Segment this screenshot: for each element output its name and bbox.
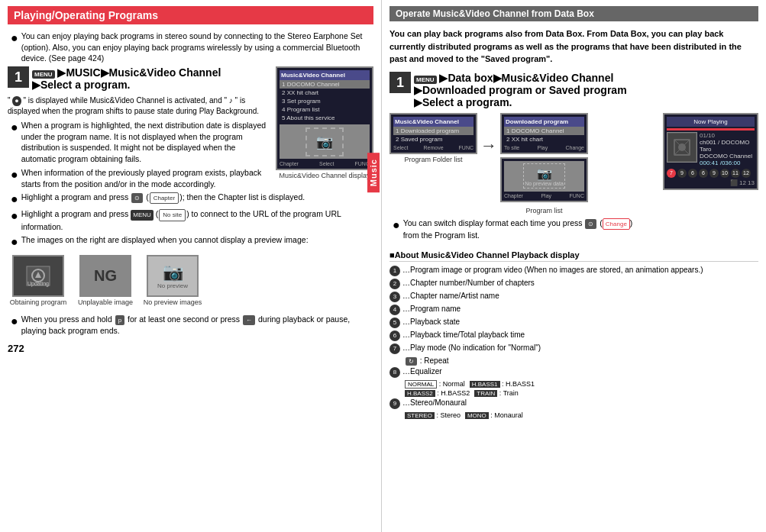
np-footer-func: FUNC xyxy=(570,193,584,198)
bullet-dot: ● xyxy=(11,120,18,134)
playback-section-title: ■About Music&Video Channel Playback disp… xyxy=(389,250,758,262)
bullet-item-2: ● When information of the previously pla… xyxy=(8,167,268,189)
playback-list: 1 …Program image or program video (When … xyxy=(389,266,758,419)
playback-item-4: 4 …Program name xyxy=(389,305,758,315)
np-image-placeholder: 1 xyxy=(667,132,697,163)
dl-footer-change: Change xyxy=(565,145,584,150)
left-column: Playing/Operating Programs ● You can enj… xyxy=(0,0,382,532)
step1-subtitle: ▶Select a program. xyxy=(32,79,268,91)
camera-icon-no-preview: 📷 xyxy=(163,263,183,282)
playback-item-5: 5 …Playback state xyxy=(389,318,758,328)
obtaining-label: Obtaining program xyxy=(10,298,67,308)
bullet-text-5: The images on the right are displayed wh… xyxy=(21,234,309,246)
right-step1-content: MENU ▶Data box▶Music&Video Channel ▶Down… xyxy=(414,72,758,108)
dl-footer-play: Play xyxy=(538,145,548,150)
camera-no-preview-icon: 📷 xyxy=(537,166,552,181)
eq-row-1: NORMAL : Normal H.BASS1 : H.BASS1 xyxy=(389,380,758,388)
red-progress-bar xyxy=(667,128,755,131)
screen-item-2: 2 XX hit chart xyxy=(280,89,370,97)
hbass1-badge: H.BASS1 xyxy=(470,381,500,388)
no-preview-icon-box: 📷 No preview No preview images xyxy=(142,255,203,308)
mono-badge: MONO xyxy=(465,412,489,419)
np-body: 1 01/10 ch001 / DOCOMO Taro DOCOMO Chann… xyxy=(667,132,755,166)
circle-9: 9 xyxy=(389,398,400,409)
np-footer-chapter: Chapter xyxy=(504,193,523,198)
playback-text-2: …Chapter number/Number of chapters xyxy=(402,279,535,287)
stereo-badge: STEREO xyxy=(405,412,435,419)
eq-row-2: H.BASS2 : H.BASS2 TRAIN : Train xyxy=(389,389,758,397)
screen-item-5: 5 About this service xyxy=(280,114,370,122)
playback-section: ■About Music&Video Channel Playback disp… xyxy=(389,250,758,419)
right-step1-line3: ▶Select a program. xyxy=(414,96,758,108)
program-folder-screen: Music&Video Channel 1 Downloaded program… xyxy=(389,113,477,154)
bullet-text-2: When information of the previously playe… xyxy=(21,167,268,189)
playback-text-9: …Stereo/Monaural xyxy=(402,398,467,407)
music-sidebar-label: Music xyxy=(367,153,380,192)
step1-content: MENU ▶MUSIC▶Music&Video Channel ▶Select … xyxy=(32,66,268,91)
np-num-12: 12 xyxy=(742,169,751,178)
no-preview-data-area: 📷 No preview data xyxy=(504,161,584,192)
no-preview-dashed-box: 📷 xyxy=(305,127,344,156)
circle-5: 5 xyxy=(389,318,400,328)
left-section-header: Playing/Operating Programs xyxy=(8,6,373,24)
downloaded-screen: Downloaded program 1 DOCOMO Channel 2 XX… xyxy=(500,113,588,154)
right-section-header: Operate Music&Video Channel from Data Bo… xyxy=(389,6,758,21)
folder-screen-label: Program Folder list xyxy=(389,156,477,163)
circle-6: 6 xyxy=(389,330,400,341)
right-step1-row: 1 MENU ▶Data box▶Music&Video Channel ▶Do… xyxy=(389,72,758,108)
stereo-badge-stereo: STEREO : Stereo xyxy=(405,411,461,419)
playback-item-8: 8 …Equalizer xyxy=(389,367,758,378)
right-step1-line2: ▶Downloaded program or Saved program xyxy=(414,84,758,96)
step1-row: 1 MENU ▶MUSIC▶Music&Video Channel ▶Selec… xyxy=(8,66,268,91)
circle-7: 7 xyxy=(389,343,400,354)
final-bullet: ● When you press and hold p for at least… xyxy=(8,314,373,337)
np-header: Now Playing xyxy=(667,117,755,127)
playback-item-9: 9 …Stereo/Monaural xyxy=(389,398,758,409)
circle-3: 3 xyxy=(389,292,400,302)
np-time: 01/10 xyxy=(700,132,755,139)
np-channel: DOCOMO Channel xyxy=(700,153,755,160)
folder-screen-item-1: 1 Downloaded program xyxy=(393,127,473,135)
np-info: 01/10 ch001 / DOCOMO Taro DOCOMO Channel… xyxy=(700,132,755,166)
menu-key: MENU xyxy=(32,70,55,79)
obtaining-program-icon: Updating xyxy=(12,255,64,297)
arrow-symbol: → xyxy=(480,136,497,156)
folder-screen-header: Music&Video Channel xyxy=(393,117,473,127)
playback-text-6: …Playback time/Total playback time xyxy=(402,330,525,339)
screen-header: Music&Video Channel xyxy=(280,70,370,80)
footer-remove: Remove xyxy=(423,145,443,150)
repeat-item: ↻ : Repeat xyxy=(389,356,758,366)
np-num-6b: 6 xyxy=(699,169,708,178)
switch-bullet-dot: ● xyxy=(393,218,400,232)
switch-text: You can switch display format each time … xyxy=(403,218,651,241)
ng-text: NG xyxy=(94,267,117,285)
no-preview-screen: 📷 No preview data Chapter Play FUNC xyxy=(500,157,588,202)
np-num-10: 10 xyxy=(720,169,729,178)
right-column: Operate Music&Video Channel from Data Bo… xyxy=(382,0,766,532)
playback-text-4: …Program name xyxy=(402,305,461,313)
bullet-dot: ● xyxy=(11,314,18,328)
circle-4: 4 xyxy=(389,305,400,315)
stereo-row: STEREO : Stereo MONO : Monaural xyxy=(389,411,758,419)
right-step1-title: MENU ▶Data box▶Music&Video Channel xyxy=(414,72,758,84)
np-footer-play: Play xyxy=(541,193,551,198)
svg-text:Updating: Updating xyxy=(27,281,49,287)
step1-title: MENU ▶MUSIC▶Music&Video Channel xyxy=(32,66,268,79)
step1-line1: ▶MUSIC▶Music&Video Channel xyxy=(57,66,221,79)
dl-footer-tosite: To site xyxy=(504,145,519,150)
right-step1-line1: ▶Data box▶Music&Video Channel xyxy=(439,72,613,84)
np-num-9b: 9 xyxy=(709,169,719,178)
screen-item-1: 1 DOCOMO Channel xyxy=(280,80,370,89)
circle-8: 8 xyxy=(389,367,400,378)
screen-label: Music&Video Channel display xyxy=(276,172,373,179)
bullet-text-4: Highlight a program and press MENU (No s… xyxy=(21,208,373,232)
right-screens-sub: Downloaded program 1 DOCOMO Channel 2 XX… xyxy=(500,113,588,214)
eq-badge-hbass2: H.BASS2 : H.BASS2 xyxy=(405,389,470,397)
unplayable-icon-box: NG Unplayable image xyxy=(75,255,136,308)
playback-text-7: …Play mode (No indication for "Normal") xyxy=(402,343,541,352)
downloaded-item-1: 1 DOCOMO Channel xyxy=(504,127,584,135)
playback-item-6: 6 …Playback time/Total playback time xyxy=(389,330,758,341)
no-preview-footer: Chapter Play FUNC xyxy=(504,193,584,198)
bullet-dot: ● xyxy=(11,192,18,206)
music-video-screen-float: Music&Video Channel 1 DOCOMO Channel 2 X… xyxy=(276,66,373,179)
